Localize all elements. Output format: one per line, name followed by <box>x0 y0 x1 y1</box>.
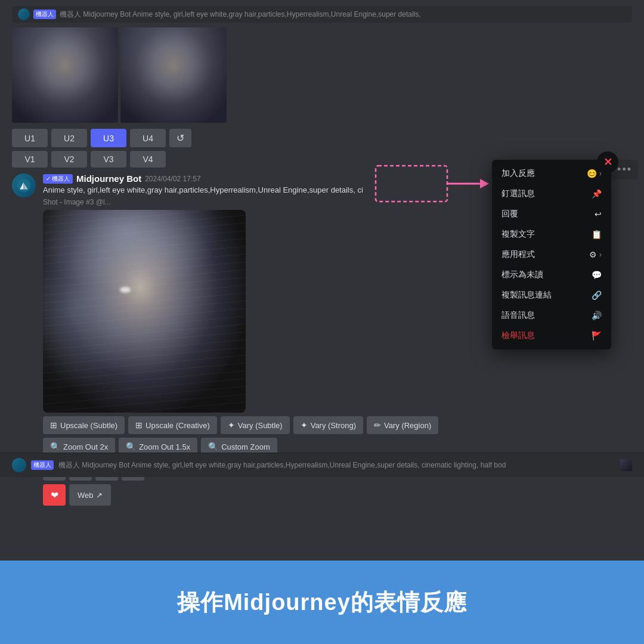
v4-button[interactable]: V4 <box>130 151 166 168</box>
context-menu: ✕ 加入反應 😊 › 釘選訊息 📌 回覆 ↩ 複製文字 📋 應用程式 ⚙ › <box>492 160 611 349</box>
footer-title: 操作Midjourney的表情反應 <box>177 587 467 618</box>
avatar <box>12 174 36 197</box>
copy-text-label: 複製文字 <box>501 229 535 240</box>
menu-item-apps[interactable]: 應用程式 ⚙ › <box>496 244 608 265</box>
menu-item-copy-text[interactable]: 複製文字 📋 <box>496 224 608 244</box>
voice-icon: 🔊 <box>592 311 602 320</box>
vary-region-button[interactable]: ✏ Vary (Region) <box>367 416 438 434</box>
menu-item-add-reaction[interactable]: 加入反應 😊 › <box>496 163 608 184</box>
upscale-subtle-label: Upscale (Subtle) <box>60 421 117 430</box>
upscale-creative-icon: ⊞ <box>135 420 143 430</box>
menu-item-pin[interactable]: 釘選訊息 📌 <box>496 184 608 204</box>
vary-region-label: Vary (Region) <box>384 421 431 430</box>
web-label: Web <box>78 491 94 500</box>
mark-unread-icon: 💬 <box>592 270 602 280</box>
notif-text: 機器人 Midjourney Bot Anime style, girl,lef… <box>60 10 421 20</box>
notif-bot-badge: 機器人 <box>33 10 56 19</box>
vary-subtle-button[interactable]: ✦ Vary (Subtle) <box>221 416 290 434</box>
react-web-buttons: ❤ Web ↗ <box>43 484 632 506</box>
u3-button[interactable]: U3 <box>91 129 126 147</box>
avatar-icon <box>17 179 30 192</box>
close-menu-button[interactable]: ✕ <box>597 151 618 173</box>
web-external-icon: ↗ <box>96 491 103 500</box>
upscale-subtle-icon: ⊞ <box>50 420 57 430</box>
u1-button[interactable]: U1 <box>12 129 48 147</box>
timestamp: 2024/04/02 17:57 <box>145 175 200 183</box>
bot-badge: 機器人 <box>43 174 73 184</box>
apps-icon: ⚙ <box>589 250 597 259</box>
grid-image-1 <box>12 27 118 123</box>
v3-button[interactable]: V3 <box>91 151 126 168</box>
vary-strong-label: Vary (Strong) <box>311 421 356 430</box>
bottom-notif-badge: 機器人 <box>31 460 54 470</box>
menu-item-reply[interactable]: 回覆 ↩ <box>496 204 608 224</box>
mark-unread-label: 標示為未讀 <box>501 270 543 280</box>
u-button-row: U1 U2 U3 U4 ↺ <box>12 129 632 147</box>
report-label: 檢舉訊息 <box>501 330 535 341</box>
apps-label: 應用程式 <box>501 249 535 260</box>
grid-image-2 <box>120 27 227 123</box>
menu-item-voice[interactable]: 語音訊息 🔊 <box>496 305 608 326</box>
image-grid <box>12 27 227 123</box>
bot-name: Midjourney Bot <box>76 174 141 184</box>
vary-strong-button[interactable]: ✦ Vary (Strong) <box>293 416 363 434</box>
vary-subtle-icon: ✦ <box>228 420 235 430</box>
web-button[interactable]: Web ↗ <box>69 484 111 506</box>
vary-subtle-label: Vary (Subtle) <box>238 421 283 430</box>
menu-item-mark-unread[interactable]: 標示為未讀 💬 <box>496 265 608 285</box>
top-notif-bar: 機器人 機器人 Midjourney Bot Anime style, girl… <box>12 6 632 23</box>
main-image <box>43 210 246 413</box>
copy-link-icon: 🔗 <box>592 290 602 300</box>
u4-button[interactable]: U4 <box>130 129 166 147</box>
notif-avatar-small <box>18 8 30 20</box>
menu-item-copy-link[interactable]: 複製訊息連結 🔗 <box>496 285 608 305</box>
v2-button[interactable]: V2 <box>51 151 87 168</box>
vary-region-icon: ✏ <box>374 420 381 430</box>
apps-arrow: › <box>599 250 602 259</box>
reply-icon: ↩ <box>595 209 602 219</box>
zoom-out-2x-icon: 🔍 <box>50 442 60 451</box>
zoom-out-1x5-label: Zoom Out 1.5x <box>139 442 190 451</box>
pin-label: 釘選訊息 <box>501 188 535 199</box>
heart-button[interactable]: ❤ <box>43 484 66 506</box>
vary-strong-icon: ✦ <box>301 420 308 430</box>
upscale-creative-label: Upscale (Creative) <box>145 421 210 430</box>
custom-zoom-icon: 🔍 <box>208 442 218 451</box>
zoom-out-1x5-icon: 🔍 <box>126 442 136 451</box>
v1-button[interactable]: V1 <box>12 151 48 168</box>
voice-label: 語音訊息 <box>501 310 535 321</box>
pin-icon: 📌 <box>592 189 602 199</box>
action-buttons-row1: ⊞ Upscale (Subtle) ⊞ Upscale (Creative) … <box>43 416 632 434</box>
bottom-notif-thumb <box>620 459 632 471</box>
add-reaction-label: 加入反應 <box>501 168 535 179</box>
custom-zoom-label: Custom Zoom <box>221 442 270 451</box>
u2-button[interactable]: U2 <box>51 129 87 147</box>
bottom-notif-avatar <box>12 458 26 472</box>
bottom-notif-text: 機器人 Midjourney Bot Anime style, girl,lef… <box>58 460 506 470</box>
report-icon: 🚩 <box>592 331 602 340</box>
zoom-out-2x-label: Zoom Out 2x <box>63 442 108 451</box>
add-reaction-icon: 😊 <box>587 169 597 178</box>
menu-item-report[interactable]: 檢舉訊息 🚩 <box>496 326 608 346</box>
rain-overlay <box>43 210 246 413</box>
chat-area: 機器人 機器人 Midjourney Bot Anime style, girl… <box>0 0 644 561</box>
refresh-button[interactable]: ↺ <box>169 129 191 147</box>
reply-label: 回覆 <box>501 209 518 219</box>
upscale-subtle-button[interactable]: ⊞ Upscale (Subtle) <box>43 416 125 434</box>
upscale-creative-button[interactable]: ⊞ Upscale (Creative) <box>128 416 217 434</box>
copy-link-label: 複製訊息連結 <box>501 290 552 301</box>
copy-text-icon: 📋 <box>592 230 602 239</box>
footer-banner: 操作Midjourney的表情反應 <box>0 561 644 644</box>
bottom-notif-bar: 機器人 機器人 Midjourney Bot Anime style, girl… <box>0 453 644 477</box>
